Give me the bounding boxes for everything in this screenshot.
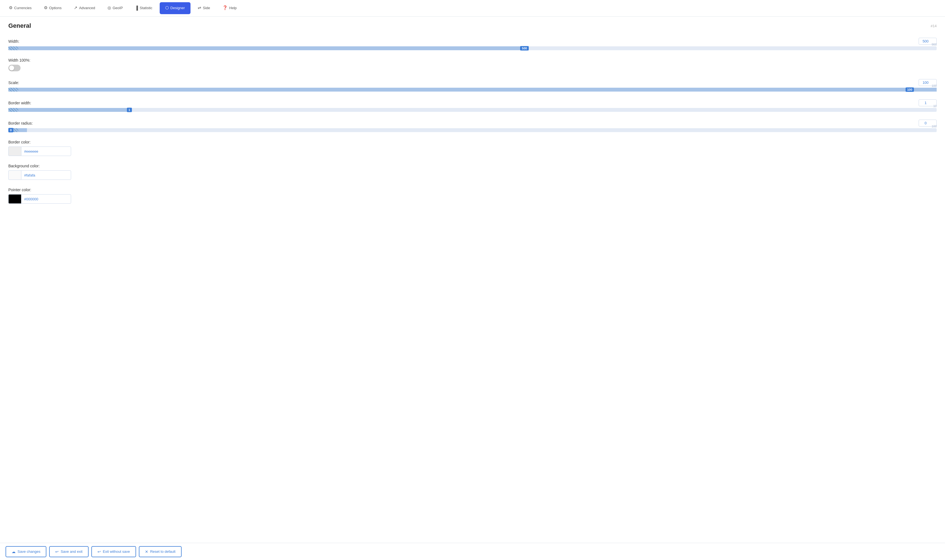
- page-id: #14: [931, 24, 937, 28]
- border-color-input[interactable]: [21, 146, 71, 156]
- nav-item-help[interactable]: ❓ Help: [216, 0, 243, 16]
- border-width-slider-max: 10: [933, 105, 937, 108]
- statistic-icon: ▐: [135, 6, 138, 10]
- scale-slider-thumb: 100: [906, 88, 914, 92]
- exit-without-save-label: Exit without save: [103, 549, 130, 554]
- background-color-label: Background color:: [8, 164, 937, 168]
- width-slider-thumb: 500: [520, 46, 529, 51]
- border-radius-slider-track[interactable]: 0: [8, 128, 937, 132]
- page-header: General #14: [8, 22, 937, 29]
- pointer-color-label: Pointer color:: [8, 188, 937, 192]
- reset-to-default-icon: ✕: [145, 549, 148, 554]
- border-radius-slider-thumb: 0: [8, 128, 13, 132]
- options-icon: ⚙: [44, 5, 48, 10]
- nav-item-geoip[interactable]: ◎ GeoIP: [101, 0, 129, 16]
- top-nav: ⚙ Currencies ⚙ Options ↗ Advanced ◎ GeoI…: [0, 0, 945, 17]
- exit-without-save-icon: ↩: [97, 549, 101, 554]
- pointer-color-field: Pointer color:: [8, 188, 937, 204]
- page-title: General: [8, 22, 31, 29]
- border-radius-slider-max: 100: [932, 125, 937, 128]
- pointer-color-row: [8, 194, 937, 204]
- border-color-label: Border color:: [8, 140, 937, 144]
- nav-item-options[interactable]: ⚙ Options: [38, 0, 68, 16]
- nav-item-advanced[interactable]: ↗ Advanced: [68, 0, 101, 16]
- width-slider-track[interactable]: 500: [8, 46, 937, 50]
- nav-label-options: Options: [49, 6, 62, 10]
- width100-field: Width 100%:: [8, 58, 937, 71]
- width-slider-hatch: [8, 46, 18, 50]
- exit-without-save-button[interactable]: ↩ Exit without save: [91, 546, 136, 557]
- nav-label-designer: Designer: [171, 6, 185, 10]
- border-width-slider-fill: [8, 108, 129, 112]
- border-color-row: [8, 146, 937, 156]
- app-container: ⚙ Currencies ⚙ Options ↗ Advanced ◎ GeoI…: [0, 0, 945, 560]
- help-icon: ❓: [222, 5, 228, 10]
- nav-label-statistic: Statistic: [140, 6, 153, 10]
- save-changes-button[interactable]: ☁ Save changes: [6, 546, 46, 557]
- background-color-input[interactable]: [21, 171, 71, 180]
- scale-slider-track[interactable]: 100: [8, 88, 937, 92]
- nav-label-help: Help: [230, 6, 237, 10]
- width100-toggle[interactable]: [8, 65, 20, 71]
- scale-slider-hatch: [8, 88, 18, 92]
- width100-toggle-knob: [9, 66, 14, 71]
- scale-slider-max: 100: [932, 84, 937, 88]
- border-width-slider-hatch: [8, 108, 18, 112]
- width100-toggle-wrap: [8, 65, 937, 71]
- advanced-icon: ↗: [74, 5, 77, 10]
- border-width-slider-thumb: 1: [127, 108, 132, 112]
- save-and-exit-icon: ↩: [55, 549, 59, 554]
- main-content: General #14 Width: 500 900 Width 100%:: [0, 17, 945, 560]
- background-color-field: Background color:: [8, 164, 937, 180]
- nav-item-statistic[interactable]: ▐ Statistic: [129, 0, 158, 16]
- nav-label-advanced: Advanced: [79, 6, 95, 10]
- nav-label-side: Side: [203, 6, 210, 10]
- currencies-icon: ⚙: [9, 5, 12, 10]
- border-color-swatch[interactable]: [8, 146, 21, 156]
- nav-item-currencies[interactable]: ⚙ Currencies: [3, 0, 38, 16]
- border-width-slider-track[interactable]: 1: [8, 108, 937, 112]
- designer-icon: ⬡: [165, 5, 169, 10]
- bottom-bar: ☁ Save changes ↩ Save and exit ↩ Exit wi…: [0, 543, 945, 560]
- nav-label-currencies: Currencies: [14, 6, 32, 10]
- geoip-icon: ◎: [108, 5, 111, 10]
- nav-item-side[interactable]: ⇌ Side: [192, 0, 216, 16]
- border-radius-label: Border radius:: [8, 121, 33, 125]
- background-color-row: [8, 171, 937, 180]
- border-color-field: Border color:: [8, 140, 937, 156]
- width-slider-max: 900: [932, 43, 937, 46]
- scale-slider-fill: [8, 88, 937, 92]
- reset-to-default-button[interactable]: ✕ Reset to default: [139, 546, 182, 557]
- width100-label: Width 100%:: [8, 58, 937, 62]
- save-and-exit-label: Save and exit: [60, 549, 82, 554]
- side-icon: ⇌: [198, 5, 201, 10]
- reset-to-default-label: Reset to default: [150, 549, 176, 554]
- save-changes-icon: ☁: [12, 549, 15, 554]
- border-radius-field: Border radius: 0 100: [8, 120, 937, 132]
- scale-field: Scale: 100 100: [8, 79, 937, 92]
- nav-label-geoip: GeoIP: [113, 6, 123, 10]
- save-and-exit-button[interactable]: ↩ Save and exit: [49, 546, 89, 557]
- pointer-color-input[interactable]: [21, 194, 71, 204]
- pointer-color-swatch[interactable]: [8, 194, 21, 204]
- width-slider-fill: [8, 46, 523, 50]
- scale-label: Scale:: [8, 80, 19, 85]
- nav-item-designer[interactable]: ⬡ Designer: [160, 2, 191, 14]
- background-color-swatch[interactable]: [8, 171, 21, 180]
- save-changes-label: Save changes: [17, 549, 40, 554]
- width-label: Width:: [8, 39, 19, 43]
- border-width-field: Border width: 1 10: [8, 99, 937, 112]
- width-field: Width: 500 900: [8, 38, 937, 50]
- border-width-label: Border width:: [8, 101, 31, 105]
